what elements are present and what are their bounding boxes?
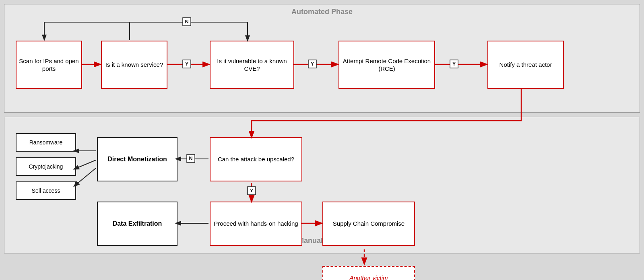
- automated-phase-panel: Automated Phase Scan for IPs and open po…: [4, 4, 640, 113]
- manual-phase-panel: Manual Phase Can the attack be upscaled?…: [4, 117, 640, 253]
- data-exfiltration-box: Data Exfiltration: [97, 202, 178, 246]
- vulnerable-cve-box: Is it vulnerable to a known CVE?: [210, 41, 294, 89]
- proceed-hacking-box: Proceed with hands-on hacking: [210, 202, 302, 246]
- sell-access-box: Sell access: [16, 181, 76, 200]
- supply-chain-box: Supply Chain Compromise: [322, 202, 415, 246]
- known-service-box: Is it a known service?: [101, 41, 167, 89]
- scan-box: Scan for IPs and open ports: [16, 41, 82, 89]
- another-victim-box: Another victim: [322, 266, 415, 280]
- automated-phase-label: Automated Phase: [291, 8, 353, 16]
- cryptojacking-box: Cryptojacking: [16, 157, 76, 176]
- diagram-container: Automated Phase Scan for IPs and open po…: [0, 0, 644, 280]
- can-upscale-box: Can the attack be upscaled?: [210, 137, 302, 181]
- direct-monetization-box: Direct Monetization: [97, 137, 178, 181]
- notify-box: Notify a threat actor: [487, 41, 564, 89]
- attempt-rce-box: Attempt Remote Code Execution (RCE): [339, 41, 435, 89]
- ransomware-box: Ransomware: [16, 133, 76, 152]
